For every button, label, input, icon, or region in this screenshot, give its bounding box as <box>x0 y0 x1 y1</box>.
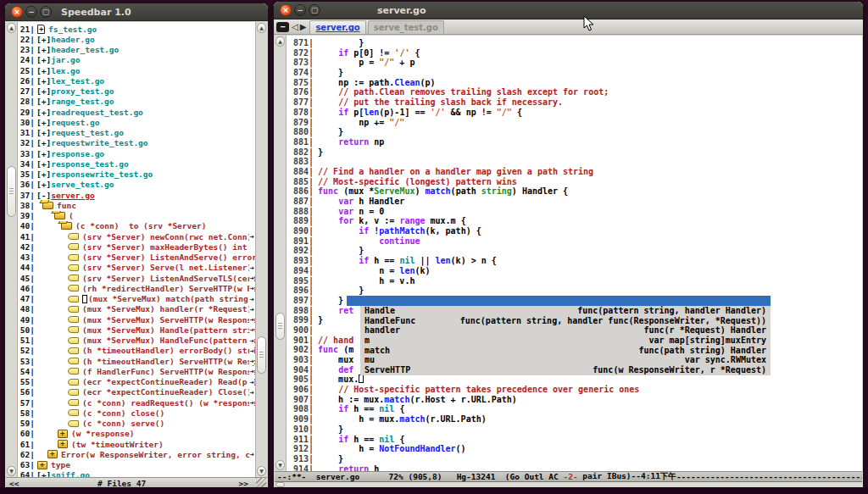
expander-toggle[interactable]: [+] <box>36 169 51 179</box>
tag-icon[interactable] <box>68 326 79 333</box>
tag-label[interactable]: Error(w ResponseWriter, error string, c <box>61 450 250 459</box>
code-line[interactable]: 874| } <box>287 68 862 78</box>
expander-toggle[interactable]: [+] <box>36 66 51 75</box>
closed-box-icon[interactable] <box>58 430 68 438</box>
speedbar-row[interactable]: 40|(c *conn) to (srv *Server) <box>18 221 255 231</box>
tag-label[interactable]: (rh *redirectHandler) ServeHTTP(w Res <box>82 284 255 293</box>
tag-label[interactable]: (w *response) <box>71 429 134 438</box>
speedbar-row[interactable]: 27|[+] proxy_test.go <box>18 86 255 97</box>
code-line[interactable]: 913| } <box>287 454 862 464</box>
speedbar-row[interactable]: 45|(srv *Server) ListenAndServeTLS(certF… <box>18 273 255 283</box>
speedbar-row[interactable]: 34|[+] response_test.go <box>18 158 255 169</box>
expander-toggle[interactable]: [+] <box>36 180 51 189</box>
expander-toggle[interactable]: [+] <box>36 159 51 169</box>
close-icon[interactable]: × <box>280 4 292 16</box>
speedbar-row[interactable]: 41|(srv *Server) newConn(rwc net.Conn) (… <box>18 231 255 241</box>
expander-toggle[interactable]: [+] <box>36 118 51 127</box>
speedbar-row[interactable]: 51|(mux *ServeMux) HandleFunc(pattern st… <box>18 336 255 346</box>
speedbar-row[interactable]: 29|[+] readrequest_test.go <box>18 107 255 117</box>
tag-icon[interactable] <box>68 243 79 250</box>
code-line[interactable]: 890| if !pathMatch(k, path) { <box>287 226 862 236</box>
speedbar-row[interactable]: 39|( <box>18 211 255 221</box>
code-line[interactable]: 896| } <box>287 286 862 296</box>
speedbar-row[interactable]: 62|Error(w ResponseWriter, error string,… <box>18 449 255 459</box>
tag-icon[interactable] <box>68 285 79 291</box>
code-line[interactable]: 872| if p[0] != '/' { <box>287 48 862 58</box>
code-line[interactable]: 883| <box>287 157 862 167</box>
scroll-up-icon[interactable]: ▲ <box>257 23 266 33</box>
expander-toggle[interactable]: [+] <box>36 35 51 44</box>
speedbar-file-list[interactable]: 21|fs_test.go22|[+] header.go23|[+] head… <box>18 22 255 477</box>
speedbar-left-scrollbar[interactable]: ▲ ▼ <box>6 22 18 477</box>
tag-label[interactable]: (ecr *expectContinueReader) Close() e <box>82 387 255 397</box>
speedbar-row[interactable]: 30|[+] request.go <box>18 117 255 127</box>
tag-label[interactable]: (srv *Server) ListenAndServeTLS(certF <box>82 274 255 283</box>
code-line[interactable]: 880| } <box>287 127 862 137</box>
editor-titlebar[interactable]: × − ▢ server.go <box>274 2 863 19</box>
tag-label[interactable]: (mux *ServeMux) match(path string) Ha <box>88 294 255 303</box>
speedbar-row[interactable]: 43|(srv *Server) ListenAndServe() error <box>18 253 255 263</box>
speedbar-row[interactable]: 23|[+] header_test.go <box>18 45 255 55</box>
tab-scroll-left-icon[interactable]: ◁ <box>292 22 298 31</box>
code-line[interactable]: 908| if h == nil { <box>287 404 862 414</box>
file-name[interactable]: responsewrite_test.go <box>51 169 153 179</box>
speedbar-row[interactable]: 53|(h *timeoutHandler) ServeHTTP(w Respo… <box>18 356 255 366</box>
code-line[interactable]: 911| if h == nil { <box>287 435 862 445</box>
popup-item[interactable]: handlerfunc(r *Request) Handler <box>360 325 771 336</box>
code-line[interactable]: 885|// Most-specific (longest) pattern w… <box>287 177 862 187</box>
code-line[interactable]: 871| } <box>287 38 862 48</box>
scroll-down-icon[interactable]: ▼ <box>275 460 285 470</box>
autocomplete-selected-row[interactable] <box>347 296 771 306</box>
tag-icon[interactable] <box>68 368 79 375</box>
closed-box-icon[interactable] <box>58 440 68 448</box>
tag-icon[interactable] <box>68 420 79 427</box>
popup-item[interactable]: matchfunc(path string) Handler <box>360 346 771 356</box>
tab-server-go[interactable]: server.go <box>309 20 365 34</box>
mode-line[interactable]: --:**- server.go 72% (905,8) Hg-13241 (G… <box>275 471 862 482</box>
tag-icon[interactable] <box>68 347 79 354</box>
speedbar-row[interactable]: 38|func <box>18 200 255 210</box>
open-box-icon[interactable] <box>54 212 65 219</box>
speedbar-row[interactable]: 61|(tw *timeoutWriter) <box>18 439 255 449</box>
tag-icon[interactable] <box>68 296 79 303</box>
expander-toggle[interactable]: [+] <box>36 470 51 477</box>
tab-serve-test-go[interactable]: serve_test.go <box>368 20 444 34</box>
speedbar-row[interactable]: 54|(f HandlerFunc) ServeHTTP(w ResponseW… <box>18 366 255 376</box>
speedbar-row[interactable]: 49|(mux *ServeMux) ServeHTTP(w ResponseW… <box>18 314 255 325</box>
expander-toggle[interactable]: [-] <box>36 191 51 200</box>
file-name[interactable]: request.go <box>51 118 99 127</box>
popup-item[interactable]: HandleFuncfunc(pattern string, handler f… <box>360 316 771 326</box>
tab-home-button[interactable]: − <box>276 22 289 32</box>
closed-box-icon[interactable] <box>37 461 47 469</box>
minimize-icon[interactable]: − <box>25 6 37 18</box>
tag-icon[interactable] <box>68 264 79 271</box>
speedbar-row[interactable]: 22|[+] header.go <box>18 34 255 44</box>
file-name[interactable]: requestwrite_test.go <box>51 138 147 147</box>
code-line[interactable]: 877| // put the trailing slash back if n… <box>287 97 862 108</box>
scrollbar-thumb[interactable] <box>275 313 285 340</box>
speedbar-titlebar[interactable]: × − ▢ Speedbar 1.0 <box>5 3 268 21</box>
speedbar-row[interactable]: 46|(rh *redirectHandler) ServeHTTP(w Res… <box>18 283 255 293</box>
tag-label[interactable]: (h *timeoutHandler) ServeHTTP(w Respo <box>82 357 255 366</box>
code-line[interactable]: 879| np += "/" <box>287 118 862 128</box>
speedbar-row[interactable]: 24|[+] jar.go <box>18 55 255 65</box>
file-name[interactable]: fs_test.go <box>48 25 97 34</box>
code-line[interactable]: 884|// Find a handler on a handler map g… <box>287 167 862 177</box>
tag-label[interactable]: type <box>51 460 70 469</box>
code-line[interactable]: 881| return np <box>287 137 862 147</box>
speedbar-row[interactable]: 60|(w *response) <box>18 429 255 439</box>
code-line[interactable]: 892| } <box>287 246 862 256</box>
code-line[interactable]: 894| n = len(k) <box>287 266 862 276</box>
file-name[interactable]: request_test.go <box>51 128 124 137</box>
code-line[interactable]: 907| h := mux.match(r.Host + r.URL.Path) <box>287 395 862 405</box>
file-name[interactable]: header.go <box>51 35 94 44</box>
open-box-icon[interactable] <box>61 222 72 230</box>
tag-label[interactable]: (srv *Server) ListenAndServe() error <box>82 253 255 262</box>
tag-label[interactable]: (f HandlerFunc) ServeHTTP(w ResponseW <box>82 367 255 376</box>
tag-label[interactable]: (srv *Server) Serve(l net.Listener) e <box>82 263 255 272</box>
file-name[interactable]: lex_test.go <box>51 76 104 86</box>
speedbar-right-scrollbar[interactable]: ▲ ▼ <box>255 22 267 477</box>
open-box-icon[interactable] <box>42 202 53 209</box>
speedbar-row[interactable]: 56|(ecr *expectContinueReader) Close() e… <box>18 387 255 397</box>
tag-label[interactable]: (srv *Server) newConn(rwc net.Conn) ( <box>82 232 255 241</box>
